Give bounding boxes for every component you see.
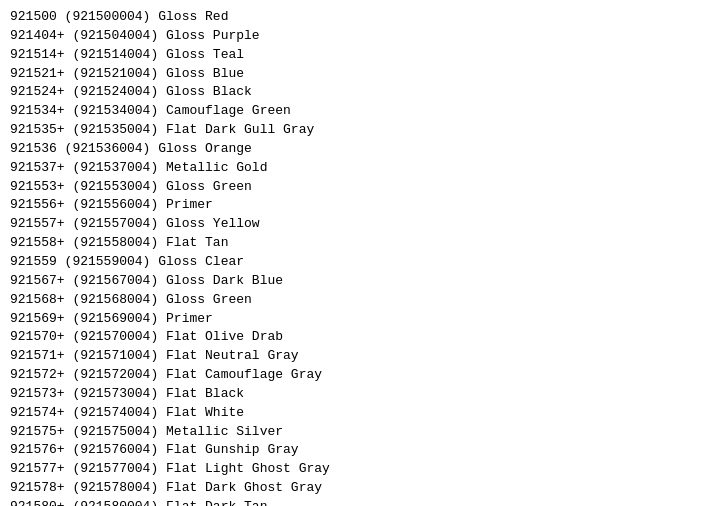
product-list: 921500 (921500004) Gloss Red 921404+ (92… — [10, 8, 710, 506]
